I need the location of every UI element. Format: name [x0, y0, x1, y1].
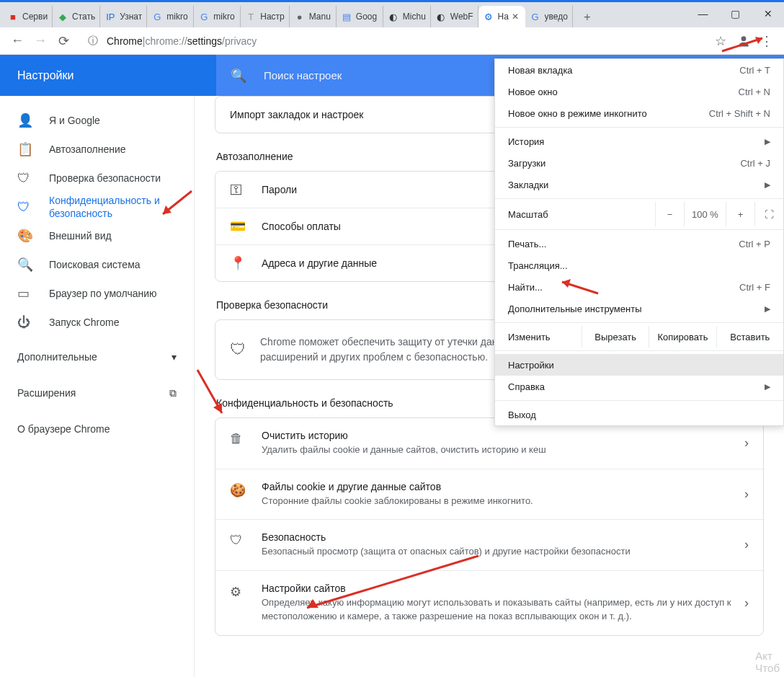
tab-favicon-icon: G — [151, 11, 163, 22]
chrome-menu-button[interactable]: ⋮ — [755, 30, 778, 53]
row-title: Очистить историю — [262, 430, 744, 441]
tab-favicon-icon: ⚙ — [483, 11, 494, 22]
row-icon: ⚿ — [230, 182, 244, 198]
browser-tab[interactable]: Gmikro — [194, 6, 241, 27]
toolbar: ← → ⟳ ⓘ Chrome | chrome:// settings /pri… — [0, 27, 784, 55]
row-label: Способы оплаты — [262, 221, 341, 232]
profile-icon[interactable] — [732, 30, 755, 53]
site-info-icon[interactable]: ⓘ — [88, 35, 98, 48]
menu-exit[interactable]: Выход — [495, 404, 783, 425]
close-button[interactable]: ✕ — [752, 4, 784, 24]
tab-favicon-icon: ▤ — [341, 11, 352, 22]
url-prefix: Chrome — [107, 35, 143, 47]
sidebar-extensions[interactable]: Расширения⧉ — [0, 379, 194, 407]
minimize-button[interactable]: — — [687, 4, 719, 24]
tab-favicon-icon: G — [198, 11, 210, 22]
browser-tab[interactable]: TНастр — [241, 6, 290, 27]
menu-new-tab[interactable]: Новая вкладкаCtrl + T — [495, 59, 783, 81]
maximize-button[interactable]: ▢ — [719, 4, 752, 24]
menu-downloads[interactable]: ЗагрузкиCtrl + J — [495, 152, 783, 174]
menu-copy[interactable]: Копировать — [649, 326, 716, 348]
menu-find[interactable]: Найти...Ctrl + F — [495, 276, 783, 298]
menu-incognito[interactable]: Новое окно в режиме инкогнитоCtrl + Shif… — [495, 102, 783, 124]
row-icon: 🍪 — [230, 482, 244, 498]
menu-cast[interactable]: Трансляция... — [495, 255, 783, 276]
browser-tab[interactable]: ◐WebF — [431, 6, 478, 27]
row-label: Пароли — [262, 184, 297, 195]
sidebar-item-label: Браузер по умолчанию — [49, 287, 157, 300]
browser-tab[interactable]: Gmikro — [147, 6, 194, 27]
reload-button[interactable]: ⟳ — [52, 30, 75, 53]
row-title: Настройки сайтов — [262, 583, 744, 594]
browser-tab[interactable]: ◐Michu — [383, 6, 431, 27]
url-path: /privacy — [222, 35, 257, 47]
sidebar-item[interactable]: 🎨Внешний вид — [0, 221, 194, 250]
sidebar-item[interactable]: 🛡Проверка безопасности — [0, 164, 194, 193]
external-link-icon: ⧉ — [169, 387, 177, 399]
tab-close-icon[interactable]: ✕ — [512, 12, 519, 22]
fullscreen-button[interactable]: ⛶ — [754, 202, 783, 226]
menu-paste[interactable]: Вставить — [716, 326, 783, 348]
browser-tab[interactable]: ●Manu — [290, 6, 337, 27]
browser-tab[interactable]: ⚙На✕ — [478, 6, 525, 27]
browser-tab[interactable]: ◆Стать — [53, 6, 100, 27]
sidebar-advanced[interactable]: Дополнительные▾ — [0, 342, 194, 371]
browser-tab[interactable]: ■Серви — [3, 6, 53, 27]
browser-tab[interactable]: Gуведо — [525, 6, 573, 27]
chrome-menu: Новая вкладкаCtrl + T Новое окноCtrl + N… — [494, 58, 784, 426]
privacy-row[interactable]: 🍪 Файлы cookie и другие данные сайтовСто… — [215, 469, 763, 520]
import-label: Импорт закладок и настроек — [230, 109, 363, 120]
sidebar-item[interactable]: ▭Браузер по умолчанию — [0, 279, 194, 308]
menu-new-window[interactable]: Новое окноCtrl + N — [495, 81, 783, 102]
menu-bookmarks[interactable]: Закладки▶ — [495, 174, 783, 195]
tab-favicon-icon: ◐ — [388, 11, 399, 22]
sidebar-item[interactable]: 📋Автозаполнение — [0, 135, 194, 164]
zoom-value: 100 % — [684, 202, 726, 226]
sidebar-item-label: Я и Google — [49, 114, 100, 127]
sidebar-item[interactable]: ⏻Запуск Chrome — [0, 308, 194, 337]
bookmark-star-icon[interactable]: ☆ — [709, 30, 732, 53]
chevron-right-icon: › — [744, 435, 749, 451]
browser-tab[interactable]: ▤Goog — [337, 6, 383, 27]
sidebar-item[interactable]: 🔍Поисковая система — [0, 250, 194, 279]
privacy-row[interactable]: ⚙ Настройки сайтовОпределяет, какую инфо… — [215, 570, 763, 635]
sidebar: 👤Я и Google📋Автозаполнение🛡Проверка безо… — [0, 96, 195, 677]
tab-favicon-icon: T — [245, 11, 257, 22]
watermark: АктЧтоб — [755, 650, 780, 674]
svg-point-0 — [741, 36, 747, 41]
privacy-row[interactable]: 🛡 БезопасностьБезопасный просмотр (защит… — [215, 519, 763, 570]
menu-settings[interactable]: Настройки — [495, 354, 783, 376]
chevron-right-icon: › — [744, 596, 749, 611]
url-scheme: chrome:// — [145, 35, 187, 47]
menu-help[interactable]: Справка▶ — [495, 376, 783, 397]
tab-label: уведо — [545, 12, 568, 22]
zoom-out-button[interactable]: − — [655, 202, 684, 226]
row-title: Безопасность — [262, 531, 744, 543]
menu-print[interactable]: Печать...Ctrl + P — [495, 233, 783, 255]
tab-label: mikro — [213, 12, 234, 22]
row-label: Адреса и другие данные — [262, 257, 377, 269]
back-button[interactable]: ← — [6, 30, 29, 53]
tab-label: WebF — [450, 12, 473, 22]
menu-cut[interactable]: Вырезать — [582, 326, 649, 348]
sidebar-about[interactable]: О браузере Chrome — [0, 415, 194, 443]
sidebar-item-icon: 🔍 — [17, 257, 32, 273]
sidebar-item-icon: 🛡 — [17, 171, 32, 186]
menu-more-tools[interactable]: Дополнительные инструменты▶ — [495, 298, 783, 319]
address-bar[interactable]: ⓘ Chrome | chrome:// settings /privacy — [79, 31, 705, 51]
zoom-in-button[interactable]: + — [726, 202, 754, 226]
privacy-card: 🗑 Очистить историюУдалить файлы cookie и… — [215, 417, 764, 636]
sidebar-item[interactable]: 🛡Конфиденциальность и безопасность — [0, 193, 194, 221]
sidebar-item[interactable]: 👤Я и Google — [0, 106, 194, 135]
browser-tab[interactable]: IPУзнат — [100, 6, 147, 27]
menu-history[interactable]: История▶ — [495, 130, 783, 152]
sidebar-item-label: Автозаполнение — [49, 143, 126, 156]
sidebar-item-label: Проверка безопасности — [49, 172, 161, 185]
tab-strip: ■Серви◆СтатьIPУзнатGmikroGmikroTНастр●Ma… — [0, 2, 784, 27]
zoom-label: Масштаб — [508, 209, 655, 220]
row-icon: 📍 — [230, 255, 244, 271]
chevron-right-icon: › — [744, 537, 749, 552]
tab-favicon-icon: G — [530, 11, 541, 22]
new-tab-button[interactable]: + — [577, 7, 597, 27]
forward-button[interactable]: → — [29, 30, 52, 53]
